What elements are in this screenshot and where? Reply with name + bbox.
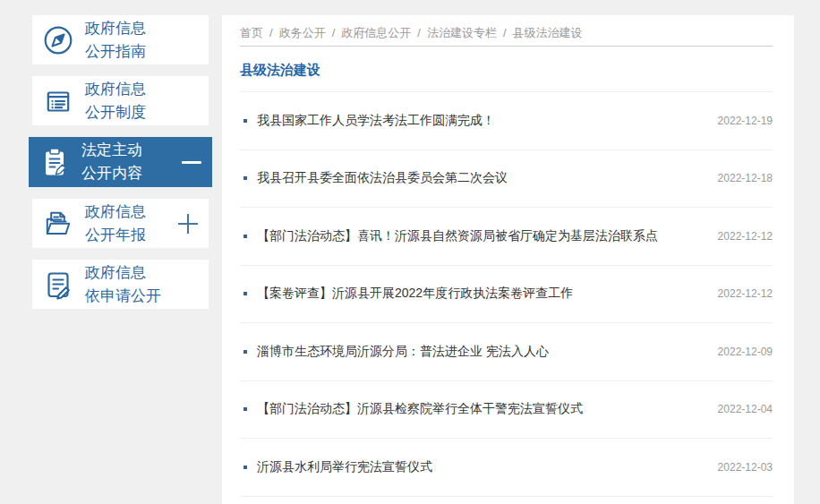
article-row: 【部门法治动态】沂源县检察院举行全体干警宪法宣誓仪式 2022-12-04 [240,381,773,440]
article-row: 【案卷评查】沂源县开展2022年度行政执法案卷评查工作 2022-12-12 [240,266,773,324]
breadcrumb-item: 县级法治建设 [513,26,583,39]
sidebar: 政府信息公开指南 政府信息公开制度 法定主动公开内容 [32,15,209,320]
compass-icon [40,22,76,58]
expand-plus-icon[interactable] [178,214,198,234]
article-link[interactable]: 沂源县水利局举行宪法宣誓仪式 [257,459,432,475]
article-link[interactable]: 我县国家工作人员学法考法工作圆满完成！ [257,113,495,129]
bullet-icon [243,407,247,411]
content-panel: 首页/政务公开/政府信息公开/法治建设专栏/县级法治建设 县级法治建设 我县国家… [222,15,794,504]
breadcrumb-item[interactable]: 法治建设专栏 [427,26,497,39]
document-list-icon [40,83,76,119]
sidebar-item-label: 政府信息依申请公开 [85,261,161,308]
article-list: 我县国家工作人员学法考法工作圆满完成！ 2022-12-19 我县召开县委全面依… [240,92,773,497]
article-link[interactable]: 【案卷评查】沂源县开展2022年度行政执法案卷评查工作 [257,286,573,302]
sidebar-item-statutory-active[interactable]: 法定主动公开内容 [29,137,212,187]
article-link[interactable]: 【部门法治动态】沂源县检察院举行全体干警宪法宣誓仪式 [257,401,583,417]
bullet-icon [243,235,247,238]
article-row: 我县召开县委全面依法治县委员会第二次会议 2022-12-18 [240,150,773,209]
clipboard-pen-icon [37,144,73,180]
bullet-icon [243,176,247,180]
page-title: 县级法治建设 [240,47,773,92]
bullet-icon [243,119,247,123]
article-date: 2022-12-03 [707,461,773,474]
article-date: 2022-12-12 [707,287,773,300]
breadcrumb-separator: / [503,26,507,39]
breadcrumb-separator: / [269,26,273,39]
bullet-icon [243,350,247,354]
collapse-minus-icon[interactable] [182,161,201,164]
breadcrumb-item[interactable]: 政务公开 [279,26,326,39]
article-row: 我县国家工作人员学法考法工作圆满完成！ 2022-12-19 [240,92,773,150]
breadcrumb: 首页/政务公开/政府信息公开/法治建设专栏/县级法治建设 [240,15,773,47]
article-date: 2022-12-09 [707,346,773,358]
folder-doc-icon [40,206,76,242]
article-link[interactable]: 我县召开县委全面依法治县委员会第二次会议 [257,170,508,186]
article-row: 【部门法治动态】喜讯！沂源县自然资源局被省厅确定为基层法治联系点 2022-12… [240,208,773,266]
article-date: 2022-12-12 [707,230,773,243]
article-link[interactable]: 淄博市生态环境局沂源分局：普法进企业 宪法入人心 [257,344,549,360]
sidebar-item-label: 法定主动公开内容 [81,139,142,185]
article-date: 2022-12-18 [707,172,773,184]
article-date: 2022-12-19 [707,115,773,127]
sidebar-item-gov-info-system[interactable]: 政府信息公开制度 [32,76,209,125]
sidebar-item-on-request[interactable]: 政府信息依申请公开 [32,260,209,309]
breadcrumb-item[interactable]: 首页 [240,26,263,39]
sidebar-item-annual-report[interactable]: 政府信息公开年报 [32,199,209,248]
sidebar-item-label: 政府信息公开指南 [85,17,146,64]
breadcrumb-item[interactable]: 政府信息公开 [341,26,411,39]
bullet-icon [243,466,247,469]
breadcrumb-separator: / [417,26,421,39]
article-row: 淄博市生态环境局沂源分局：普法进企业 宪法入人心 2022-12-09 [240,323,773,381]
doc-pen-icon [40,267,76,303]
bullet-icon [243,292,247,295]
sidebar-item-gov-info-guide[interactable]: 政府信息公开指南 [32,15,209,64]
article-row: 沂源县水利局举行宪法宣誓仪式 2022-12-03 [240,439,773,497]
sidebar-item-label: 政府信息公开年报 [85,201,146,247]
breadcrumb-separator: / [332,26,336,39]
article-link[interactable]: 【部门法治动态】喜讯！沂源县自然资源局被省厅确定为基层法治联系点 [257,228,658,244]
sidebar-item-label: 政府信息公开制度 [85,78,146,124]
article-date: 2022-12-04 [707,403,773,415]
